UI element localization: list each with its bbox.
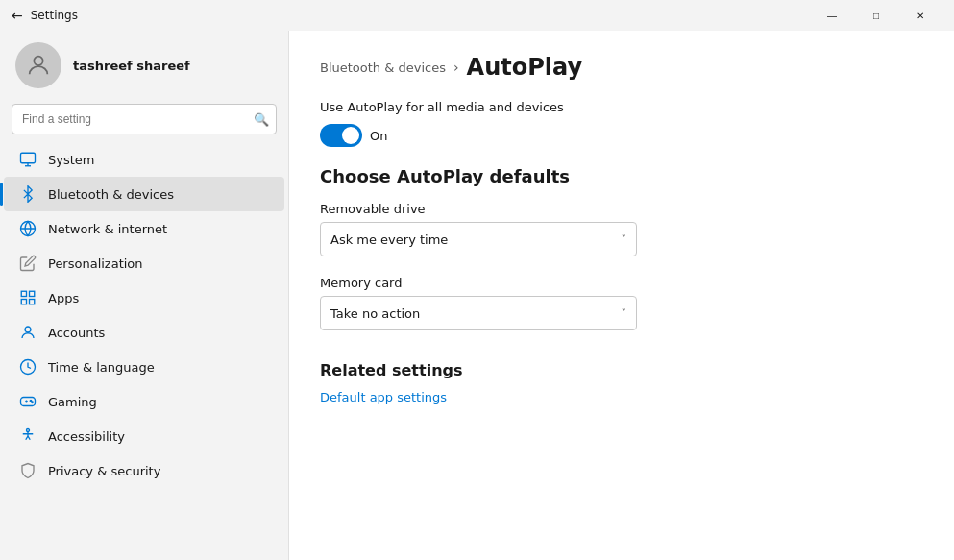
sidebar-item-label-time: Time & language [48,360,155,375]
removable-drive-group: Removable drive Ask me every time ˅ [320,202,923,256]
user-section: tashreef shareef [0,31,288,104]
autoplay-toggle-label: Use AutoPlay for all media and devices [320,100,923,114]
sidebar-item-gaming[interactable]: Gaming [4,384,284,419]
time-icon [19,358,37,376]
sidebar-item-accounts[interactable]: Accounts [4,315,284,350]
accounts-icon [19,324,37,341]
related-settings-section: Related settings Default app settings [320,361,923,405]
maximize-button[interactable]: □ [854,0,898,31]
svg-rect-7 [21,300,26,304]
sidebar-item-privacy[interactable]: Privacy & security [4,453,284,488]
privacy-icon [19,462,37,479]
default-app-settings-link[interactable]: Default app settings [320,390,447,404]
title-bar-title: Settings [31,9,78,22]
toggle-thumb [342,127,359,144]
sidebar-item-label-gaming: Gaming [48,395,97,409]
svg-rect-8 [30,300,35,304]
personalization-icon [19,255,37,272]
avatar [15,42,61,88]
related-settings-heading: Related settings [320,361,923,379]
page-title-row: Bluetooth & devices › AutoPlay [320,54,923,81]
removable-drive-chevron-icon: ˅ [622,233,627,246]
svg-point-9 [25,327,31,332]
breadcrumb: Bluetooth & devices › AutoPlay [320,54,923,81]
memory-card-value: Take no action [330,306,420,321]
sidebar-item-label-system: System [48,153,94,167]
sidebar-item-label-personalization: Personalization [48,256,143,271]
sidebar-item-system[interactable]: System [4,142,284,177]
title-bar-left: ← Settings [12,8,78,23]
title-bar: ← Settings — □ ✕ [0,0,954,31]
sidebar-item-label-privacy: Privacy & security [48,464,160,478]
network-icon [19,220,37,237]
sidebar-item-label-accessibility: Accessibility [48,429,125,444]
svg-rect-6 [30,291,35,296]
system-icon [19,151,37,168]
autoplay-toggle[interactable] [320,124,362,147]
sidebar-item-label-network: Network & internet [48,222,167,236]
memory-card-group: Memory card Take no action ˅ [320,276,923,330]
svg-rect-5 [21,291,26,296]
sidebar-item-label-accounts: Accounts [48,326,105,340]
gaming-icon [19,393,37,410]
back-icon[interactable]: ← [12,8,23,23]
sidebar-item-accessibility[interactable]: Accessibility [4,419,284,453]
sidebar-nav: SystemBluetooth & devicesNetwork & inter… [0,142,288,488]
breadcrumb-current: AutoPlay [467,54,583,81]
svg-point-0 [34,57,42,65]
content-area: Bluetooth & devices › AutoPlay Use AutoP… [289,31,954,560]
removable-drive-value: Ask me every time [330,232,448,247]
memory-card-chevron-icon: ˅ [622,307,627,320]
minimize-button[interactable]: — [810,0,854,31]
accessibility-icon [19,427,37,445]
bluetooth-icon [19,185,37,203]
sidebar: tashreef shareef 🔍 SystemBluetooth & dev… [0,31,288,560]
breadcrumb-parent[interactable]: Bluetooth & devices [320,61,446,75]
sidebar-item-label-apps: Apps [48,291,79,305]
removable-drive-dropdown[interactable]: Ask me every time ˅ [320,222,637,256]
title-bar-controls: — □ ✕ [810,0,942,31]
choose-defaults-heading: Choose AutoPlay defaults [320,166,923,186]
close-button[interactable]: ✕ [898,0,942,31]
sidebar-item-apps[interactable]: Apps [4,280,284,315]
username: tashreef shareef [73,59,190,73]
main-window: tashreef shareef 🔍 SystemBluetooth & dev… [0,31,954,560]
toggle-state-label: On [370,129,387,143]
svg-rect-1 [21,153,36,163]
removable-drive-label: Removable drive [320,202,923,216]
toggle-row: On [320,124,923,147]
sidebar-item-network[interactable]: Network & internet [4,211,284,246]
svg-point-15 [32,402,34,403]
sidebar-item-label-bluetooth: Bluetooth & devices [48,187,174,202]
sidebar-item-time[interactable]: Time & language [4,350,284,384]
apps-icon [19,289,37,306]
svg-point-16 [27,429,30,432]
search-input[interactable] [12,104,277,134]
search-container: 🔍 [12,104,277,134]
sidebar-item-bluetooth[interactable]: Bluetooth & devices [4,177,284,211]
autoplay-toggle-row: Use AutoPlay for all media and devices O… [320,100,923,147]
memory-card-label: Memory card [320,276,923,290]
breadcrumb-separator: › [453,60,459,75]
sidebar-item-personalization[interactable]: Personalization [4,246,284,280]
memory-card-dropdown[interactable]: Take no action ˅ [320,296,637,330]
